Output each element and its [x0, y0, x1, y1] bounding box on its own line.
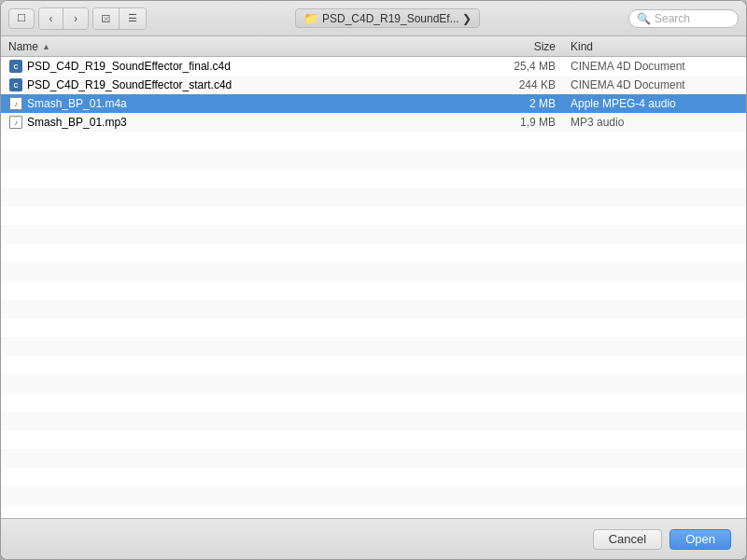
audio-icon: ♪ [8, 115, 23, 130]
path-label: PSD_C4D_R19_SoundEf... ❯ [322, 12, 472, 25]
empty-row [1, 244, 746, 262]
empty-row [1, 188, 746, 206]
file-name: PSD_C4D_R19_SoundEffector_final.c4d [27, 60, 496, 73]
file-name: Smash_BP_01.mp3 [27, 116, 496, 129]
sidebar-toggle-button[interactable]: ☐ [8, 8, 35, 29]
list-icon: ☰ [128, 12, 137, 24]
search-box[interactable]: 🔍 Search [628, 9, 739, 28]
empty-row [1, 206, 746, 225]
size-column-header[interactable]: Size [496, 40, 571, 53]
folder-icon: 📁 [303, 11, 318, 25]
back-icon: ‹ [49, 12, 53, 25]
empty-row [1, 356, 746, 374]
search-placeholder: Search [655, 12, 690, 25]
empty-row [1, 132, 746, 150]
file-kind: CINEMA 4D Document [571, 60, 739, 73]
table-row[interactable]: ♪ Smash_BP_01.m4a 2 MB Apple MPEG-4 audi… [1, 94, 746, 113]
nav-group: ‹ › [38, 7, 89, 30]
file-size: 1,9 MB [496, 116, 571, 129]
file-size: 244 KB [496, 78, 571, 91]
list-view-button[interactable]: ☰ [120, 8, 146, 29]
file-open-dialog: ☐ ‹ › ⮽ ☰ 📁 PSD_C4D_R19_SoundEf... ❯ [0, 0, 747, 560]
cancel-button[interactable]: Cancel [593, 529, 662, 550]
empty-row [1, 300, 746, 318]
open-button[interactable]: Open [669, 529, 731, 550]
c4d-icon: C [8, 77, 23, 92]
path-bar: 📁 PSD_C4D_R19_SoundEf... ❯ [150, 8, 625, 28]
forward-button[interactable]: › [63, 8, 88, 29]
empty-row [1, 225, 746, 244]
sort-arrow-icon: ▲ [42, 42, 50, 51]
kind-column-header[interactable]: Kind [571, 40, 739, 53]
c4d-icon: C [8, 59, 23, 74]
file-kind: Apple MPEG-4 audio [571, 97, 739, 110]
empty-row [1, 262, 746, 281]
back-button[interactable]: ‹ [39, 8, 63, 29]
file-size: 25,4 MB [496, 60, 571, 73]
file-list: C PSD_C4D_R19_SoundEffector_final.c4d 25… [1, 57, 746, 518]
empty-row [1, 412, 746, 430]
empty-row [1, 486, 746, 505]
column-header: Name ▲ Size Kind [1, 36, 746, 57]
file-name: PSD_C4D_R19_SoundEffector_start.c4d [27, 78, 496, 91]
file-kind: CINEMA 4D Document [571, 78, 739, 91]
empty-row [1, 169, 746, 188]
grid-view-button[interactable]: ⮽ [93, 8, 120, 29]
forward-icon: › [74, 12, 78, 25]
empty-row [1, 318, 746, 337]
empty-row [1, 281, 746, 300]
empty-row [1, 337, 746, 356]
empty-row [1, 468, 746, 486]
grid-icon: ⮽ [101, 13, 111, 24]
empty-row [1, 430, 746, 449]
path-pill[interactable]: 📁 PSD_C4D_R19_SoundEf... ❯ [295, 8, 480, 28]
name-column-header[interactable]: Name ▲ [8, 40, 496, 53]
view-toggle-group: ⮽ ☰ [92, 7, 147, 30]
empty-row [1, 393, 746, 412]
file-kind: MP3 audio [571, 116, 739, 129]
file-name: Smash_BP_01.m4a [27, 97, 496, 110]
table-row[interactable]: C PSD_C4D_R19_SoundEffector_start.c4d 24… [1, 76, 746, 94]
toolbar: ☐ ‹ › ⮽ ☰ 📁 PSD_C4D_R19_SoundEf... ❯ [1, 1, 746, 36]
sidebar-icon: ☐ [17, 12, 26, 24]
empty-row [1, 449, 746, 468]
bottom-bar: Cancel Open [1, 518, 746, 559]
audio-icon: ♪ [8, 96, 23, 111]
search-icon: 🔍 [637, 12, 651, 25]
empty-row [1, 374, 746, 393]
file-size: 2 MB [496, 97, 571, 110]
table-row[interactable]: ♪ Smash_BP_01.mp3 1,9 MB MP3 audio [1, 113, 746, 132]
table-row[interactable]: C PSD_C4D_R19_SoundEffector_final.c4d 25… [1, 57, 746, 76]
empty-row [1, 505, 746, 518]
empty-row [1, 150, 746, 169]
